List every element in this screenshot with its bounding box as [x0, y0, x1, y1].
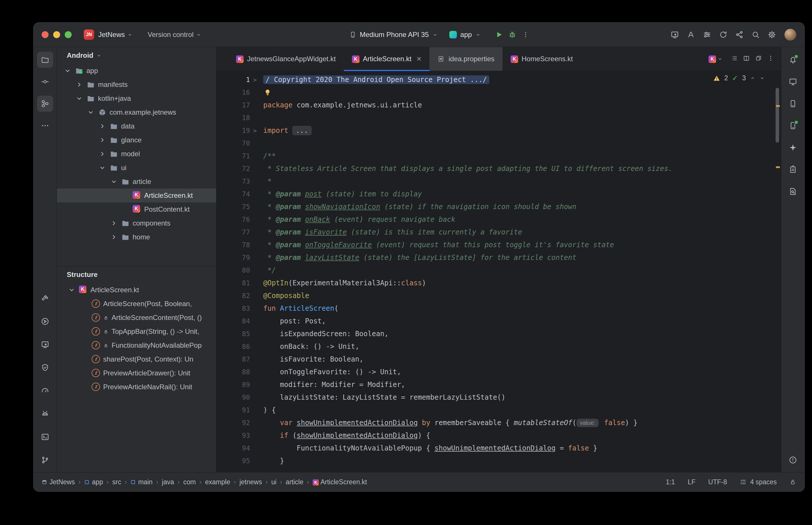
indent-setting[interactable]: 4 spaces [740, 478, 777, 486]
tree-item-com-example-jetnews[interactable]: com.example.jetnews [57, 105, 216, 119]
code-line-74[interactable]: 74 * @param post (state) item to display [217, 188, 781, 200]
editor[interactable]: 1>/ Copyright 2020 The Android Open Sour… [217, 71, 781, 472]
structure-item-articlescreen-post-boolean[interactable]: fArticleScreen(Post, Boolean, [57, 297, 216, 311]
tree-item-model[interactable]: model [57, 147, 216, 161]
terminal-button[interactable] [37, 429, 53, 445]
tree-item-components[interactable]: components [57, 216, 216, 230]
code-line-17[interactable]: 17package com.example.jetnews.ui.article [217, 99, 781, 111]
code-view[interactable]: 1>/ Copyright 2020 The Android Open Sour… [217, 71, 781, 472]
code-line-91[interactable]: 91) { [217, 404, 781, 416]
breadcrumb-app[interactable]: app [84, 478, 103, 486]
intention-bulb-icon[interactable] [263, 88, 272, 97]
more-vertical-button[interactable] [767, 55, 774, 63]
code-line-94[interactable]: 94 FunctionalityNotAvailablePopup { show… [217, 442, 781, 454]
profiler-button[interactable] [37, 382, 53, 399]
line-number[interactable]: 93 [217, 432, 260, 439]
line-number[interactable]: 80 [217, 267, 260, 274]
more-run-actions-button[interactable] [519, 28, 532, 41]
editor-scrollbar[interactable] [773, 71, 781, 472]
breadcrumb-article[interactable]: article [286, 478, 304, 486]
tree-item-articlescreen-kt[interactable]: KArticleScreen.kt [57, 189, 216, 202]
line-number[interactable]: 76 [217, 216, 260, 223]
members-list-button[interactable] [731, 55, 738, 63]
project-view-selector[interactable]: Android [57, 47, 216, 64]
line-number[interactable]: 85 [217, 330, 260, 338]
vcs-widget[interactable]: Version control [148, 31, 202, 39]
scrollbar-thumb[interactable] [776, 88, 779, 142]
structure-button[interactable] [37, 95, 53, 112]
fold-arrow-icon[interactable]: > [250, 76, 260, 84]
line-number[interactable]: 78 [217, 241, 260, 249]
running-devices-button[interactable] [785, 74, 801, 90]
code-line-83[interactable]: 83fun ArticleScreen( [217, 302, 781, 315]
gemini-button[interactable] [785, 139, 801, 156]
close-tab-icon[interactable]: × [417, 55, 421, 63]
recent-file-dropdown[interactable]: K [709, 56, 723, 62]
line-number[interactable]: 94 [217, 445, 260, 452]
code-line-76[interactable]: 76 * @param onBack (event) request navig… [217, 213, 781, 226]
tab-jetnewsglanceappwidget-kt[interactable]: KJetnewsGlanceAppWidget.kt [228, 47, 344, 71]
build-button[interactable] [37, 290, 53, 306]
structure-item-sharepost-post-context-un[interactable]: fsharePost(Post, Context): Un [57, 352, 216, 366]
structure-item-functionalitynotavailablepop[interactable]: fFunctionalityNotAvailablePop [57, 339, 216, 352]
warning-stripe-mark[interactable] [776, 166, 780, 168]
find-button[interactable] [785, 183, 801, 199]
line-number[interactable]: 86 [217, 343, 260, 350]
warning-stripe-mark[interactable] [776, 105, 780, 107]
line-number[interactable]: 88 [217, 368, 260, 376]
split-editor-button[interactable] [743, 55, 750, 63]
layout-inspector-button[interactable] [668, 28, 681, 41]
fold-arrow-icon[interactable]: > [250, 127, 260, 134]
notifications-button[interactable] [785, 52, 801, 68]
minimize-window-button[interactable] [53, 31, 60, 38]
close-window-button[interactable] [42, 31, 48, 38]
app-quality-insights-button[interactable] [785, 162, 801, 178]
breadcrumb-jetnews[interactable]: jetnews [239, 478, 262, 486]
line-number[interactable]: 90 [217, 394, 260, 401]
line-number[interactable]: 1> [217, 76, 260, 84]
code-line-16[interactable]: 16 [217, 86, 781, 99]
tree-item-app[interactable]: app [57, 64, 216, 78]
structure-item-articlescreencontent-post[interactable]: fArticleScreenContent(Post, () [57, 311, 216, 325]
tab-homescreens-kt[interactable]: KHomeScreens.kt [503, 47, 581, 71]
code-line-18[interactable]: 18 [217, 111, 781, 124]
device-manager-button[interactable] [785, 118, 801, 134]
code-line-85[interactable]: 85 isExpandedScreen: Boolean, [217, 328, 781, 340]
line-separator[interactable]: LF [688, 478, 696, 486]
line-number[interactable]: 70 [217, 139, 260, 147]
code-line-73[interactable]: 73 * [217, 175, 781, 188]
device-mirror-button[interactable] [37, 336, 53, 352]
code-line-90[interactable]: 90 lazyListState: LazyListState = rememb… [217, 391, 781, 404]
commit-button[interactable] [37, 74, 53, 90]
code-line-1[interactable]: 1>/ Copyright 2020 The Android Open Sour… [217, 73, 781, 86]
version-control-button[interactable] [37, 452, 53, 468]
line-number[interactable]: 83 [217, 305, 260, 312]
run-button[interactable] [37, 313, 53, 330]
code-line-86[interactable]: 86 onBack: () -> Unit, [217, 340, 781, 353]
device-selector[interactable]: Medium Phone API 35 [349, 31, 438, 39]
problems-button[interactable] [785, 452, 801, 468]
next-issue-icon[interactable] [759, 75, 765, 81]
settings-button[interactable] [765, 28, 779, 41]
breadcrumb-articlescreen-kt[interactable]: KArticleScreen.kt [313, 478, 367, 486]
sync-project-button[interactable] [717, 28, 730, 41]
breadcrumb-jetnews[interactable]: JetNews [42, 478, 75, 486]
line-number[interactable]: 92 [217, 419, 260, 426]
line-number[interactable]: 81 [217, 279, 260, 287]
line-number[interactable]: 17 [217, 101, 260, 109]
line-number[interactable]: 16 [217, 89, 260, 96]
run-config-selector[interactable]: app [449, 31, 481, 39]
previous-issue-icon[interactable] [750, 75, 755, 81]
code-line-89[interactable]: 89 modifier: Modifier = Modifier, [217, 378, 781, 391]
structure-item-topappbar-string-unit[interactable]: fTopAppBar(String, () -> Unit, [57, 325, 216, 339]
project-button[interactable] [37, 52, 53, 68]
code-line-84[interactable]: 84 post: Post, [217, 315, 781, 328]
structure-item-previewarticledrawer-unit[interactable]: fPreviewArticleDrawer(): Unit [57, 366, 216, 380]
line-number[interactable]: 79 [217, 254, 260, 261]
breadcrumb-ui[interactable]: ui [271, 478, 277, 486]
pull-request-button[interactable] [733, 28, 746, 41]
caret-position[interactable]: 1:1 [666, 478, 675, 486]
user-avatar[interactable] [784, 29, 796, 41]
line-number[interactable]: 19> [217, 127, 260, 134]
line-number[interactable]: 73 [217, 178, 260, 185]
